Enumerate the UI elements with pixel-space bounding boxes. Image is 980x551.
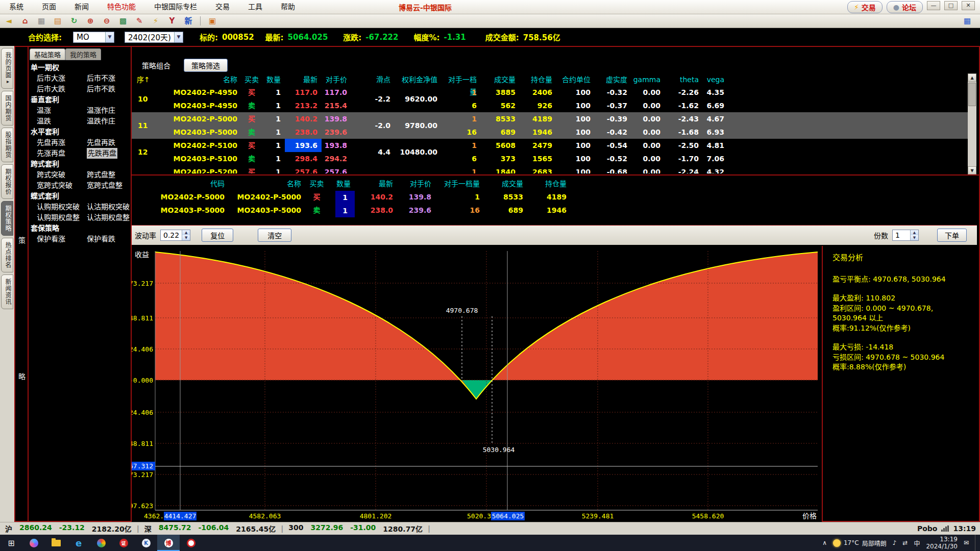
quote-app-icon[interactable]: K bbox=[135, 535, 157, 551]
strategy-group-row[interactable]: 12 4.4 10480.00 MO2402-P-5100买1193.6193.… bbox=[132, 139, 968, 165]
nav-item[interactable]: 温跌 bbox=[37, 116, 86, 127]
close-button[interactable]: ✕ bbox=[962, 1, 975, 10]
scroll-down-icon[interactable]: ▼ bbox=[968, 166, 976, 174]
menu-tools[interactable]: 工具 bbox=[239, 0, 272, 14]
scrollbar-thumb[interactable] bbox=[968, 83, 976, 106]
nav-item[interactable]: 后市不涨 bbox=[87, 73, 115, 84]
table-scrollbar[interactable]: ▲ ▼ bbox=[968, 73, 976, 174]
step-up-icon[interactable]: ▲ bbox=[182, 230, 190, 235]
nav-item[interactable]: 后市不跌 bbox=[87, 84, 115, 94]
image-icon[interactable]: ▣ bbox=[207, 16, 218, 26]
nav-item[interactable]: 认沽期权盘整 bbox=[87, 212, 130, 223]
tab-my-page[interactable]: 我的页面▸ bbox=[1, 48, 13, 89]
menu-help[interactable]: 帮助 bbox=[272, 0, 304, 14]
step-down-icon[interactable]: ▼ bbox=[911, 235, 918, 240]
draw-icon[interactable]: ✎ bbox=[134, 16, 145, 26]
trading-app-icon[interactable]: 证 bbox=[112, 535, 135, 551]
menu-boc-column[interactable]: 中银国际专栏 bbox=[145, 0, 206, 14]
maximize-button[interactable]: □ bbox=[944, 1, 958, 10]
record-app-icon[interactable] bbox=[180, 535, 202, 551]
file-explorer-icon[interactable] bbox=[45, 535, 67, 551]
strategy-group-row[interactable]: 10 -2.2 9620.00 MO2402-P-4950买1117.0117.… bbox=[132, 86, 968, 112]
forum-button[interactable]: ● 论坛 bbox=[887, 1, 923, 13]
tab-my-strategy[interactable]: 我的策略 bbox=[65, 48, 101, 60]
nav-item-selected[interactable]: 先跌再盘 bbox=[87, 148, 117, 159]
nav-item[interactable]: 后市大涨 bbox=[37, 73, 86, 84]
nav-item[interactable]: 认购期权突破 bbox=[37, 202, 86, 212]
filter-icon[interactable]: Y bbox=[166, 16, 178, 26]
news-icon[interactable]: ▤ bbox=[52, 16, 63, 26]
pobo-app-icon-active[interactable]: 博 bbox=[157, 535, 180, 551]
step-up-icon[interactable]: ▲ bbox=[911, 230, 918, 235]
back-icon[interactable]: ◄ bbox=[3, 16, 14, 26]
zoom-in-icon[interactable]: ⊕ bbox=[85, 16, 96, 26]
nav-item[interactable]: 保护看涨 bbox=[37, 234, 86, 244]
refresh-icon[interactable]: ↻ bbox=[68, 16, 80, 26]
tab-news-info[interactable]: 新闻资讯 bbox=[1, 274, 13, 309]
nav-item[interactable]: 温跌作庄 bbox=[87, 116, 115, 127]
reset-button[interactable]: 复位 bbox=[202, 229, 233, 242]
tab-hot-ranking[interactable]: 热点排名 bbox=[1, 238, 13, 272]
payoff-chart[interactable]: 4970.678 5030.964 收益 73.21748.811 24.406… bbox=[132, 246, 822, 522]
show-desktop-button[interactable] bbox=[975, 535, 977, 551]
strategy-group-row-selected[interactable]: 11 -2.0 9780.00 MO2402-P-5000买1140.2139.… bbox=[132, 112, 968, 139]
dropdown-arrow-icon[interactable]: ▼ bbox=[105, 32, 114, 42]
nav-item[interactable]: 温涨作庄 bbox=[87, 105, 115, 116]
expiry-select[interactable]: 2402(20天) ▼ bbox=[125, 32, 183, 43]
nav-item[interactable]: 认沽期权突破 bbox=[87, 202, 130, 212]
detail-leg-row[interactable]: MO2402-P-5000 MO2402-P-5000 买 1 140.2 13… bbox=[132, 190, 734, 204]
nav-item[interactable]: 宽跨式盘整 bbox=[87, 180, 122, 191]
strategy-group-row[interactable]: MO2402-P-5200买1257.6257.6118402683100-0.… bbox=[132, 165, 968, 173]
clear-button[interactable]: 清空 bbox=[258, 229, 291, 242]
tab-basic-strategy[interactable]: 基础策略 bbox=[30, 48, 65, 60]
zoom-out-icon[interactable]: ⊖ bbox=[101, 16, 112, 26]
chrome-browser-icon[interactable] bbox=[90, 535, 112, 551]
tab-option-strategy[interactable]: 期权策略 bbox=[1, 201, 13, 236]
scroll-up-icon[interactable]: ▲ bbox=[968, 73, 976, 82]
menu-news[interactable]: 新闻 bbox=[65, 0, 98, 14]
notification-icon[interactable]: ✉ bbox=[964, 539, 969, 546]
minimize-button[interactable]: — bbox=[927, 1, 940, 10]
volume-icon[interactable]: ♪ bbox=[893, 539, 897, 546]
nav-item[interactable]: 先盘再涨 bbox=[37, 137, 86, 148]
weather-widget[interactable]: 17°C 局部晴朗 bbox=[833, 539, 887, 547]
quote-table-icon[interactable]: ▦ bbox=[36, 16, 47, 26]
qty-input[interactable]: 1 bbox=[335, 191, 355, 204]
nav-item[interactable]: 保护看跌 bbox=[87, 234, 115, 244]
nav-item[interactable]: 后市大跌 bbox=[37, 84, 86, 94]
strategy-filter-button[interactable]: 策略筛选 bbox=[184, 59, 228, 72]
menu-system[interactable]: 系统 bbox=[0, 0, 33, 14]
nav-item[interactable]: 先涨再盘 bbox=[37, 148, 86, 159]
tab-option-quotes[interactable]: 期权报价 bbox=[1, 164, 13, 199]
step-down-icon[interactable]: ▼ bbox=[182, 235, 190, 240]
nav-item[interactable]: 温涨 bbox=[37, 105, 86, 116]
dropdown-arrow-icon[interactable]: ▼ bbox=[174, 32, 183, 42]
nav-item[interactable]: 先盘再跌 bbox=[87, 137, 115, 148]
nav-item[interactable]: 跨式突破 bbox=[37, 169, 86, 180]
nav-item[interactable]: 宽跨式突破 bbox=[37, 180, 86, 191]
start-button[interactable]: ⊞ bbox=[0, 535, 22, 551]
trade-button[interactable]: ⚡ 交易 bbox=[847, 1, 883, 13]
menu-features[interactable]: 特色功能 bbox=[98, 0, 145, 14]
home-icon[interactable]: ⌂ bbox=[19, 16, 31, 26]
volatility-stepper[interactable]: 0.22 ▲▼ bbox=[160, 230, 190, 241]
tray-expand-icon[interactable]: ∧ bbox=[822, 539, 827, 546]
blocks-icon[interactable]: ▩ bbox=[117, 16, 129, 26]
taskbar-clock[interactable]: 13:19 2024/1/30 bbox=[926, 536, 958, 550]
nav-item[interactable]: 跨式盘整 bbox=[87, 169, 115, 180]
menu-trade[interactable]: 交易 bbox=[206, 0, 239, 14]
lots-stepper[interactable]: 1 ▲▼ bbox=[892, 230, 919, 241]
contract-select[interactable]: MO ▼ bbox=[73, 32, 114, 43]
search-icon[interactable] bbox=[22, 535, 45, 551]
qty-input[interactable]: 1 bbox=[335, 204, 355, 217]
new-feature-icon[interactable]: 新 bbox=[183, 16, 194, 26]
network-icon[interactable]: ⇄ bbox=[902, 539, 908, 546]
panel-icon[interactable]: ▦ bbox=[962, 16, 973, 26]
place-order-button[interactable]: 下单 bbox=[937, 229, 967, 242]
ime-indicator[interactable]: 中 bbox=[914, 539, 920, 547]
edge-browser-icon[interactable]: e bbox=[67, 535, 90, 551]
tab-index-futures[interactable]: 股指期货 bbox=[1, 128, 13, 162]
detail-leg-row[interactable]: MO2403-P-5000 MO2403-P-5000 卖 1 238.0 23… bbox=[132, 204, 734, 217]
alert-icon[interactable]: ⚡ bbox=[150, 16, 161, 26]
tab-domestic-futures[interactable]: 国内期货 bbox=[1, 91, 13, 126]
